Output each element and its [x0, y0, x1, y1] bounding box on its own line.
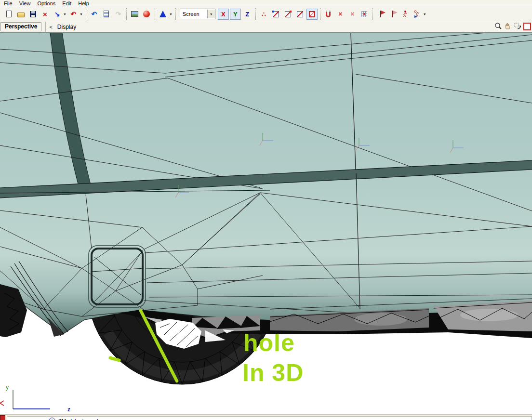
axis-x-label: X — [221, 11, 226, 18]
import-button[interactable]: ↘ — [52, 9, 63, 20]
axis-triad: y z — [0, 384, 70, 413]
edges-icon — [271, 10, 280, 18]
menu-bar: File View Options Edit Help — [0, 0, 532, 7]
vertices-mode-button[interactable]: ∴ — [258, 9, 269, 20]
axis-y-button[interactable]: Y — [230, 9, 241, 20]
faces-icon — [283, 10, 292, 18]
import-dropdown[interactable]: ▼ — [63, 13, 66, 16]
view-bar: Perspective < Display — [0, 21, 532, 33]
orbit-icon — [514, 22, 521, 31]
menu-help[interactable]: Help — [75, 0, 93, 6]
axes-space-select[interactable]: Screen▼ — [180, 9, 215, 19]
material-icon — [142, 10, 151, 18]
axis-y-label: y — [6, 384, 9, 391]
toolbar-group: ×↘▼↶▼ — [1, 8, 86, 20]
polygons-mode-button[interactable] — [294, 9, 306, 20]
axis-z-label: Z — [245, 11, 249, 18]
car-model-scene: hole In 3D y z — [0, 33, 532, 414]
toolbar-group: ×× — [320, 8, 372, 20]
revert-icon: ↶ — [69, 10, 78, 18]
import-icon: ↘ — [53, 10, 62, 18]
chevron-down-icon[interactable]: ▼ — [207, 10, 215, 18]
flag-outline-tool-button[interactable] — [387, 9, 399, 20]
pan-icon — [504, 22, 512, 31]
axis-z-button[interactable]: Z — [242, 9, 253, 20]
annotation-dash — [110, 358, 119, 360]
snap-to-grid-button[interactable] — [359, 9, 370, 20]
status-message: ZModeler is ready — [58, 418, 101, 420]
status-message-panel: i ZModeler is ready — [7, 416, 532, 420]
maximize-view-button[interactable] — [523, 22, 532, 31]
axis-y-label: Y — [233, 11, 238, 18]
menu-options[interactable]: Options — [34, 0, 59, 6]
history-log-button[interactable] — [101, 9, 112, 20]
viewport-3d[interactable]: hole In 3D y z — [0, 33, 532, 414]
vertices-icon: ∴ — [259, 10, 268, 18]
objects-mode-button[interactable] — [306, 9, 318, 20]
info-icon: i — [49, 418, 55, 420]
flag-icon — [376, 10, 385, 18]
annotation-text-line1: hole — [243, 329, 295, 356]
menu-file[interactable]: File — [0, 0, 16, 6]
status-red-icon — [0, 415, 5, 420]
revert-button[interactable]: ↶ — [68, 9, 79, 20]
toolbar-group: ▼ — [372, 8, 429, 20]
new-file-button[interactable] — [3, 9, 14, 20]
toolbar-group: ↶↷ — [86, 8, 126, 20]
material-editor-button[interactable] — [141, 9, 152, 20]
revert-dropdown[interactable]: ▼ — [80, 13, 83, 16]
faces-mode-button[interactable] — [282, 9, 293, 20]
display-mode-label[interactable]: Display — [57, 24, 76, 30]
objects-icon — [307, 10, 316, 18]
axis-z-label: z — [67, 406, 70, 413]
skeleton-tool-button[interactable] — [399, 9, 411, 20]
create-primitive-dropdown[interactable]: ▼ — [169, 13, 173, 16]
flag-outline-icon — [388, 10, 397, 18]
open-icon — [17, 10, 26, 18]
unweld-vertices-button[interactable]: × — [347, 9, 358, 20]
save-icon — [29, 10, 38, 18]
save-file-button[interactable] — [27, 9, 39, 20]
animation-tool-dropdown[interactable]: ▼ — [423, 13, 426, 16]
menu-edit[interactable]: Edit — [59, 0, 75, 6]
undo-button[interactable]: ↶ — [89, 9, 100, 20]
toolbar-group — [126, 8, 155, 20]
unweld-icon: × — [348, 10, 357, 18]
create-primitive-button[interactable] — [158, 9, 169, 20]
weld-icon: × — [336, 10, 345, 18]
delete-button[interactable]: × — [40, 9, 51, 20]
viewbar-divider — [45, 22, 46, 32]
axes-space-value: Screen — [180, 11, 207, 17]
magnet-tool-button[interactable] — [323, 9, 334, 20]
polygons-icon — [295, 10, 304, 18]
texture-browser-button[interactable] — [129, 9, 140, 20]
new-icon — [5, 10, 13, 18]
redo-button[interactable]: ↷ — [113, 9, 124, 20]
maximize-icon — [523, 23, 531, 30]
texture-icon — [130, 10, 139, 18]
open-file-button[interactable] — [15, 9, 27, 20]
annotation-text-line2: In 3D — [242, 359, 304, 386]
edges-mode-button[interactable] — [270, 9, 281, 20]
perspective-view-button[interactable]: Perspective — [0, 22, 41, 31]
flag-tool-button[interactable] — [375, 9, 386, 20]
axis-x-button[interactable]: X — [218, 9, 229, 20]
toolbar-group: ▼ — [155, 8, 175, 20]
viewbar-tools — [494, 22, 532, 31]
zoom-button[interactable] — [494, 22, 503, 31]
orbit-button[interactable] — [513, 22, 522, 31]
delete-icon: × — [41, 10, 50, 18]
collapse-arrow[interactable]: < — [49, 24, 52, 30]
undo-icon: ↶ — [90, 10, 98, 18]
pan-button[interactable] — [504, 22, 512, 31]
zmodeler-window: File View Options Edit Help ×↘▼↶▼↶↷▼Scre… — [0, 0, 532, 420]
magnet-icon — [324, 10, 332, 18]
zoom-icon — [494, 22, 502, 31]
primitives-icon — [159, 10, 167, 18]
menu-view[interactable]: View — [16, 0, 34, 6]
snap-icon — [360, 10, 369, 18]
history-icon — [102, 10, 110, 18]
animation-tool-button[interactable] — [412, 9, 423, 20]
weld-vertices-button[interactable]: × — [335, 9, 346, 20]
toolbar-group: Screen▼XYZ — [175, 8, 255, 20]
